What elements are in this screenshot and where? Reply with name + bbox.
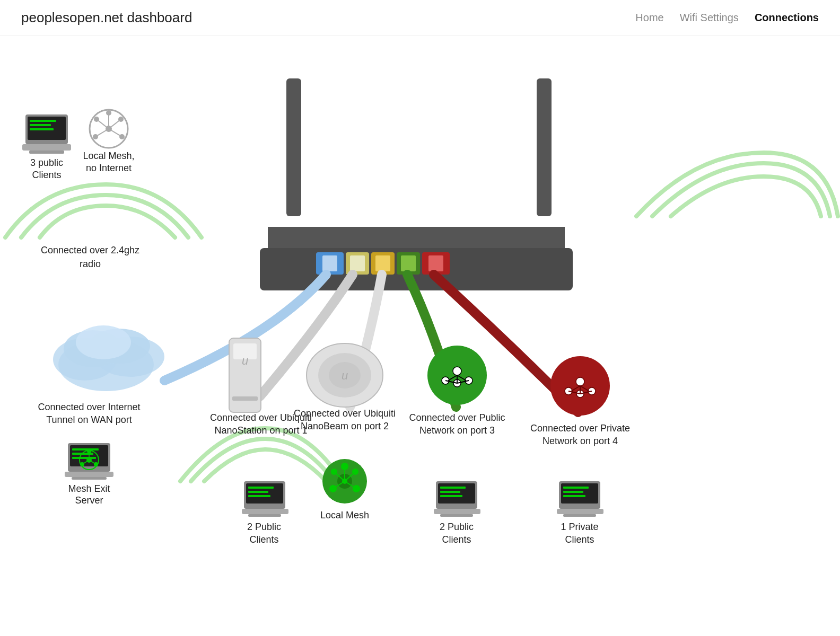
- svg-text:NanoBeam on port 2: NanoBeam on port 2: [301, 421, 389, 431]
- svg-text:Clients: Clients: [32, 170, 61, 180]
- svg-rect-115: [440, 495, 462, 497]
- svg-text:Mesh Exit: Mesh Exit: [68, 483, 110, 494]
- svg-text:Local Mesh,: Local Mesh,: [83, 151, 134, 161]
- svg-rect-76: [248, 514, 281, 517]
- svg-text:no Internet: no Internet: [86, 163, 132, 173]
- svg-rect-72: [248, 487, 274, 489]
- svg-rect-6: [322, 255, 337, 271]
- svg-rect-73: [248, 491, 268, 493]
- svg-rect-19: [30, 128, 54, 130]
- svg-rect-14: [428, 255, 443, 271]
- svg-rect-135: [563, 491, 583, 493]
- svg-rect-21: [29, 151, 64, 154]
- svg-text:Connected over 2.4ghz: Connected over 2.4ghz: [41, 245, 139, 255]
- svg-rect-52: [72, 477, 107, 480]
- svg-rect-116: [434, 509, 480, 514]
- svg-rect-48: [72, 448, 99, 450]
- nav-connections[interactable]: Connections: [755, 12, 819, 24]
- svg-point-45: [76, 325, 131, 359]
- main-nav: Home Wifi Settings Connections: [635, 12, 819, 24]
- svg-text:NanoStation on port 1: NanoStation on port 1: [214, 425, 307, 436]
- svg-text:u: u: [342, 369, 348, 382]
- svg-point-102: [453, 367, 461, 375]
- svg-rect-12: [401, 255, 416, 271]
- svg-text:Clients: Clients: [565, 534, 594, 545]
- page-title: peoplesopen.net dashboard: [21, 10, 192, 26]
- svg-text:Server: Server: [75, 495, 103, 506]
- svg-rect-117: [440, 514, 473, 517]
- svg-rect-0: [286, 78, 301, 216]
- svg-rect-138: [563, 514, 596, 517]
- svg-text:Clients: Clients: [249, 534, 278, 545]
- svg-text:Network on port 4: Network on port 4: [542, 436, 618, 446]
- diagram-area: 3 public Clients Local Mesh, no Internet…: [0, 36, 840, 636]
- svg-rect-10: [375, 255, 390, 271]
- svg-text:radio: radio: [80, 259, 101, 269]
- svg-text:2 Public: 2 Public: [440, 522, 474, 532]
- svg-rect-1: [537, 78, 552, 216]
- svg-text:Connected over Internet: Connected over Internet: [38, 402, 140, 412]
- svg-rect-69: [232, 396, 258, 401]
- svg-text:Connected over Public: Connected over Public: [409, 412, 505, 423]
- svg-point-123: [576, 377, 584, 386]
- svg-rect-20: [22, 144, 71, 151]
- svg-rect-18: [30, 124, 51, 126]
- svg-rect-137: [557, 509, 603, 514]
- svg-text:1 Private: 1 Private: [561, 522, 598, 532]
- svg-text:Local Mesh: Local Mesh: [320, 510, 369, 520]
- svg-text:u: u: [242, 354, 248, 367]
- svg-rect-114: [440, 491, 460, 493]
- svg-rect-113: [440, 487, 466, 489]
- svg-rect-8: [350, 255, 365, 271]
- svg-text:Connected over Ubiquiti: Connected over Ubiquiti: [294, 408, 396, 419]
- svg-line-31: [95, 129, 109, 137]
- svg-rect-134: [563, 487, 589, 489]
- svg-text:Network on port 3: Network on port 3: [419, 425, 495, 436]
- svg-text:3 public: 3 public: [30, 157, 63, 168]
- svg-rect-71: [246, 483, 283, 504]
- svg-rect-74: [248, 495, 270, 497]
- svg-rect-75: [242, 509, 288, 514]
- svg-rect-112: [438, 483, 475, 504]
- svg-text:Tunnel on WAN port: Tunnel on WAN port: [46, 414, 132, 425]
- svg-line-30: [109, 129, 122, 137]
- svg-text:Connected over Private: Connected over Private: [530, 423, 630, 434]
- svg-rect-50: [72, 457, 96, 459]
- page-header: peoplesopen.net dashboard Home Wifi Sett…: [0, 0, 840, 36]
- nav-home[interactable]: Home: [635, 12, 663, 24]
- svg-rect-136: [563, 495, 585, 497]
- svg-rect-133: [561, 483, 598, 504]
- network-diagram: 3 public Clients Local Mesh, no Internet…: [0, 36, 840, 636]
- svg-line-32: [109, 119, 121, 129]
- svg-rect-17: [30, 120, 56, 122]
- svg-text:Clients: Clients: [442, 534, 471, 545]
- nav-wifi-settings[interactable]: Wifi Settings: [680, 12, 739, 24]
- svg-line-33: [97, 119, 109, 129]
- svg-text:2 Public: 2 Public: [247, 522, 281, 532]
- svg-rect-51: [65, 472, 113, 477]
